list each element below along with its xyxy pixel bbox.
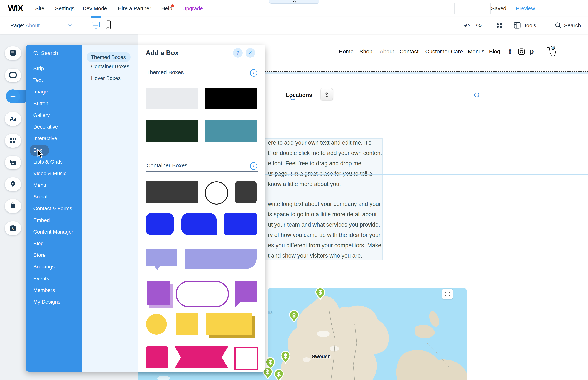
nav-item-about[interactable]: About	[380, 48, 394, 55]
box-swatch-pill-outline[interactable]	[176, 281, 229, 307]
tab-container-boxes[interactable]: Container Boxes	[91, 63, 129, 69]
box-swatch-rect[interactable]	[176, 313, 198, 335]
rail-vector-shapes-button[interactable]	[5, 177, 21, 191]
site-map[interactable]: Sweden ea	[268, 288, 467, 380]
add-menu-item-bookings[interactable]: Bookings	[33, 264, 55, 270]
pinterest-icon[interactable]: p	[529, 47, 534, 55]
box-swatch-ribbon[interactable]	[175, 346, 228, 368]
preview-button[interactable]: Preview	[516, 5, 535, 12]
add-menu-item-text[interactable]: Text	[33, 77, 43, 83]
site-paragraph-textbox[interactable]: ere to add your own text and edit me. It…	[262, 138, 382, 260]
add-menu-item-decorative[interactable]: Decorative	[33, 124, 58, 130]
nav-item-blog[interactable]: Blog	[489, 48, 500, 55]
add-menu-item-store[interactable]: Store	[33, 252, 46, 258]
collapse-topbar-tab[interactable]	[269, 0, 319, 3]
page-selector[interactable]: Page: About	[10, 22, 40, 29]
add-menu-item-events[interactable]: Events	[33, 276, 49, 282]
box-swatch-rect[interactable]	[146, 213, 174, 235]
nav-item-home[interactable]: Home	[339, 48, 354, 55]
box-swatch-speech-down[interactable]	[146, 248, 177, 266]
add-menu-item-social[interactable]: Social	[33, 194, 47, 200]
add-menu-item-interactive[interactable]: Interactive	[33, 135, 57, 141]
nav-item-contact[interactable]: Contact	[399, 48, 419, 55]
rail-business-tools-button[interactable]: A	[5, 221, 21, 235]
stretch-down-button[interactable]	[321, 88, 333, 100]
page-label: Page:	[10, 22, 24, 28]
search-icon[interactable]	[555, 22, 562, 30]
box-swatch-rect[interactable]	[181, 213, 217, 235]
box-swatch-shadow-rect[interactable]	[147, 281, 170, 305]
topmenu-settings[interactable]: Settings	[55, 5, 75, 12]
facebook-icon[interactable]: f	[509, 47, 511, 56]
add-menu-item-menu[interactable]: Menu	[33, 182, 46, 188]
box-swatch-rect[interactable]	[146, 346, 168, 368]
box-swatch-rect[interactable]	[185, 248, 257, 269]
desktop-view-icon[interactable]	[91, 21, 100, 30]
zoom-out-mode-icon[interactable]	[496, 21, 504, 30]
info-icon[interactable]: i	[250, 69, 257, 77]
add-menu-item-blog[interactable]: Blog	[33, 241, 44, 247]
vector-shapes-icon	[9, 180, 17, 189]
add-menu-search-input[interactable]: Search	[41, 50, 58, 56]
help-button[interactable]: ?	[233, 48, 243, 57]
map-pin[interactable]	[289, 310, 299, 323]
tab-hover-boxes[interactable]: Hover Boxes	[91, 75, 121, 81]
locations-element[interactable]: Locations	[286, 92, 312, 98]
rail-store-button[interactable]	[5, 199, 21, 213]
add-menu-item-strip[interactable]: Strip	[33, 66, 44, 72]
add-menu-item-image[interactable]: Image	[33, 89, 48, 95]
undo-icon[interactable]: ↶	[464, 22, 470, 30]
add-menu-item-content-manager[interactable]: Content Manager	[33, 229, 73, 235]
box-swatch-rect[interactable]	[235, 181, 257, 204]
box-swatch-rect[interactable]	[205, 120, 257, 142]
add-menu-item-members[interactable]: Members	[33, 287, 55, 293]
wix-logo[interactable]: WiX	[8, 3, 23, 13]
nav-item-shop[interactable]: Shop	[359, 48, 372, 55]
search-button[interactable]: Search	[564, 22, 581, 29]
tools-button[interactable]: Tools	[524, 22, 536, 29]
box-swatch-rect[interactable]	[146, 120, 198, 142]
mobile-view-icon[interactable]	[104, 20, 112, 30]
add-menu-item-contact-forms[interactable]: Contact & Forms	[33, 206, 72, 211]
add-menu-item-embed[interactable]: Embed	[33, 217, 50, 223]
nav-item-menus[interactable]: Menus	[468, 48, 484, 55]
box-swatch-rect[interactable]	[205, 88, 257, 109]
tools-icon[interactable]	[513, 21, 521, 30]
rail-site-menu-pages-button[interactable]	[5, 46, 21, 60]
selection-handle-right[interactable]	[474, 93, 479, 97]
tab-themed-boxes[interactable]: Themed Boxes	[91, 54, 126, 60]
topmenu-help[interactable]: Help	[161, 5, 172, 12]
instagram-icon[interactable]	[518, 48, 525, 56]
box-swatch-rect[interactable]	[146, 181, 198, 204]
redo-icon[interactable]: ↷	[476, 22, 482, 30]
map-pin[interactable]	[315, 287, 325, 300]
topmenu-dev-mode[interactable]: Dev Mode	[83, 5, 107, 12]
nav-item-customer-care[interactable]: Customer Care	[425, 48, 463, 55]
box-swatch-shadow-rect[interactable]	[206, 313, 252, 335]
topmenu-hire-a-partner[interactable]: Hire a Partner	[118, 5, 151, 12]
box-swatch-speech-bl[interactable]	[235, 281, 257, 303]
map-pin[interactable]	[274, 369, 284, 380]
add-menu-item-lists-grids[interactable]: Lists & Grids	[33, 159, 63, 165]
topmenu-site[interactable]: Site	[35, 5, 44, 12]
add-menu-item-video-music[interactable]: Video & Music	[33, 171, 66, 176]
box-swatch-square-outline[interactable]	[234, 347, 258, 370]
rail-background-button[interactable]	[5, 69, 21, 82]
box-swatch-rect[interactable]	[146, 88, 198, 109]
close-icon[interactable]: ✕	[246, 48, 255, 57]
rail-add-apps-button[interactable]	[5, 134, 21, 148]
box-swatch-circle[interactable]	[146, 314, 167, 335]
rail-media-button[interactable]	[5, 156, 21, 169]
add-menu-item-my-designs[interactable]: My Designs	[33, 299, 60, 305]
cart-icon[interactable]: 0	[546, 45, 558, 57]
add-menu-item-button[interactable]: Button	[33, 101, 48, 107]
box-swatch-rect[interactable]	[225, 213, 257, 235]
box-swatch-circle-outline[interactable]	[205, 181, 228, 205]
map-fullscreen-button[interactable]	[442, 289, 453, 299]
add-elements-icon[interactable]: +	[6, 89, 20, 103]
map-pin[interactable]	[280, 351, 291, 364]
add-menu-item-gallery[interactable]: Gallery	[33, 112, 50, 118]
rail-site-design-button[interactable]: A	[5, 112, 21, 126]
upgrade-button[interactable]: Upgrade	[182, 5, 203, 12]
info-icon[interactable]: i	[250, 162, 257, 170]
